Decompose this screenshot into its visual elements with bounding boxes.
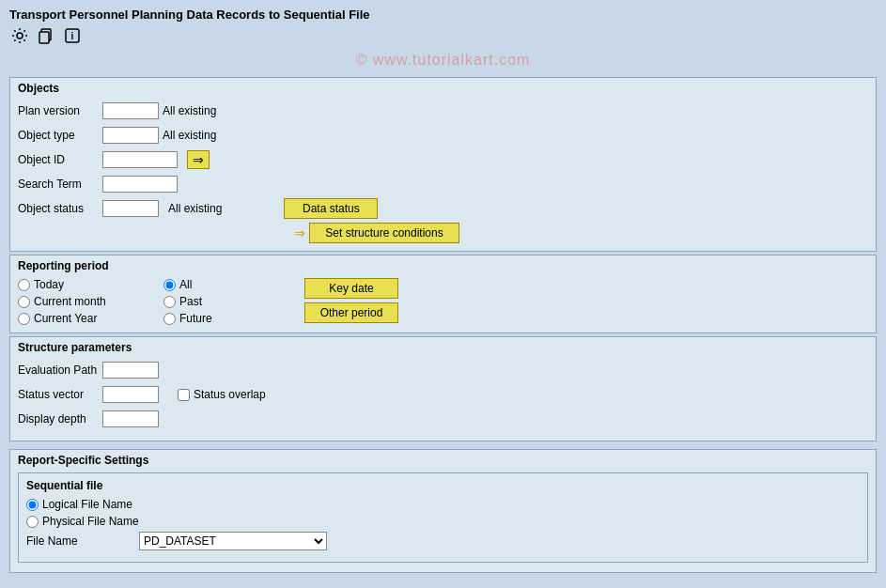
display-depth-input[interactable] [102,410,159,427]
status-vector-label: Status vector [18,388,102,401]
status-vector-input[interactable] [102,386,159,403]
search-term-input[interactable] [102,176,178,193]
past-radio[interactable] [163,296,176,308]
future-label: Future [179,312,212,325]
main-window: Transport Personnel Planning Data Record… [4,4,882,584]
display-depth-label: Display depth [18,412,102,426]
search-term-row: Search Term [18,174,868,194]
plan-version-input[interactable] [102,102,159,119]
evaluation-path-label: Evaluation Path [18,364,102,377]
past-radio-row: Past [163,295,304,308]
past-label: Past [179,295,202,308]
toolbar: i [4,23,882,50]
all-radio-row: All [163,278,304,291]
all-label: All [179,278,192,291]
today-label: Today [34,278,64,291]
search-term-label: Search Term [18,178,102,191]
report-specific-section: Report-Specific Settings Sequential file… [9,449,877,573]
svg-text:i: i [71,31,74,41]
object-status-label: Object status [18,202,102,215]
future-radio[interactable] [163,313,176,325]
status-vector-row: Status vector Status overlap [18,384,868,405]
current-month-radio-row: Current month [18,295,163,308]
logical-file-label: Logical File Name [42,498,132,511]
object-id-arrow-btn[interactable]: ⇒ [187,150,210,169]
logical-file-radio[interactable] [26,499,39,511]
page-title: Transport Personnel Planning Data Record… [9,8,370,22]
objects-section: Objects Plan version All existing Object… [9,77,877,252]
key-date-button[interactable]: Key date [304,278,398,299]
structure-parameters-section: Structure parameters Evaluation Path Sta… [9,336,877,441]
object-id-label: Object ID [18,153,102,166]
other-period-button[interactable]: Other period [304,302,398,323]
title-bar: Transport Personnel Planning Data Record… [4,4,882,23]
current-month-radio[interactable] [18,296,30,308]
physical-file-label: Physical File Name [42,515,139,528]
file-name-select[interactable]: PD_DATASET [139,532,327,550]
evaluation-path-row: Evaluation Path [18,360,868,380]
object-status-row: Object status All existing Data status [18,198,868,219]
logical-file-row: Logical File Name [26,498,860,511]
display-depth-row: Display depth [18,409,868,429]
watermark: © www.tutorialkart.com [4,50,882,74]
structure-parameters-title: Structure parameters [18,341,868,354]
current-year-label: Current Year [34,312,97,325]
sequential-file-title: Sequential file [26,479,860,492]
physical-file-row: Physical File Name [26,515,860,528]
object-status-input[interactable] [102,200,159,217]
today-radio-row: Today [18,278,163,291]
object-type-input[interactable] [102,127,159,144]
today-radio[interactable] [18,279,30,291]
file-name-row: File Name PD_DATASET [26,532,860,550]
object-type-label: Object type [18,129,102,142]
sequential-file-subsection: Sequential file Logical File Name Physic… [18,472,868,563]
set-structure-button[interactable]: Set structure conditions [309,223,459,243]
file-name-label: File Name [26,534,139,548]
svg-point-0 [17,33,23,39]
data-status-button[interactable]: Data status [284,198,378,219]
evaluation-path-input[interactable] [102,362,159,379]
report-specific-title: Report-Specific Settings [18,454,868,467]
status-overlap-label: Status overlap [194,388,266,401]
plan-version-label: Plan version [18,104,102,117]
svg-rect-2 [39,32,49,43]
current-month-label: Current month [34,295,106,308]
object-status-all-existing: All existing [168,202,222,215]
status-overlap-checkbox[interactable] [178,389,190,401]
reporting-period-section: Reporting period Today Current month Cur… [9,255,877,333]
object-type-all-existing: All existing [163,129,216,142]
plan-version-all-existing: All existing [163,104,216,117]
settings-icon[interactable] [9,25,30,46]
set-structure-row: ⇒ Set structure conditions [18,223,868,243]
copy-icon[interactable] [36,25,56,46]
current-year-radio[interactable] [18,313,30,325]
info-icon[interactable]: i [62,25,83,46]
object-status-controls: All existing Data status [102,198,378,219]
reporting-period-title: Reporting period [18,259,868,272]
future-radio-row: Future [163,312,304,325]
objects-title: Objects [18,82,868,95]
all-radio[interactable] [163,279,176,291]
plan-version-row: Plan version All existing [18,101,868,121]
object-type-row: Object type All existing [18,125,868,146]
current-year-radio-row: Current Year [18,312,163,325]
physical-file-radio[interactable] [26,516,39,528]
object-id-input[interactable] [102,151,178,168]
object-id-row: Object ID ⇒ [18,149,868,170]
